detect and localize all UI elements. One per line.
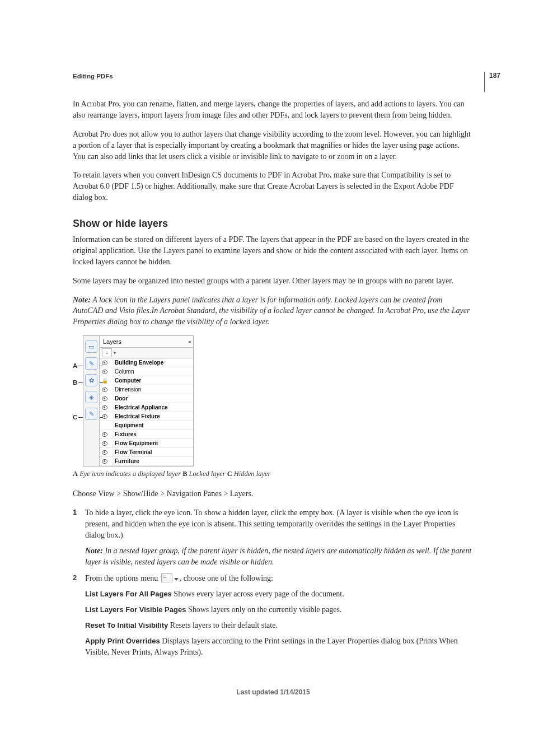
panel-collapse-icon[interactable]: ◂ [188,339,191,344]
note-lock-icon: Note: A lock icon in the Layers panel in… [73,295,474,328]
choose-path: Choose View > Show/Hide > Navigation Pan… [73,488,474,500]
layer-name: Furniture [110,458,139,464]
show-hide-para-2: Some layers may be organized into nested… [73,276,474,287]
layers-panel-main: Layers ◂ ≡ ▾ Building Envelope Column 🔒C… [100,336,193,466]
options-menu-icon [161,573,172,582]
page-number-wrap: 187 [484,72,500,92]
eye-icon[interactable] [100,432,110,437]
layer-name: Equipment [110,422,144,428]
step-2-lead-a: From the options menu [85,574,160,582]
marker-c: C [73,414,77,421]
eye-icon[interactable] [100,450,110,455]
layer-name: Door [110,395,128,402]
layer-row[interactable]: 🔒Computer [100,376,193,385]
option-apply-print-overrides: Apply Print Overrides Displays layers ac… [85,636,474,658]
note-label: Note: [73,296,91,304]
caption-text-c: Hidden layer [232,470,271,478]
caption-text-b: Locked layer [187,470,227,478]
eye-icon[interactable] [100,396,110,401]
note-text: A lock icon in the Layers panel indicate… [73,296,470,326]
nav-rail: ▭ ✎ ✿ ◈ ✎ [83,336,100,466]
layer-row[interactable]: Electrical Appliance [100,403,193,412]
note-label: Note: [85,547,103,555]
option-text: Shows every layer across every page of t… [172,590,344,598]
layer-row[interactable]: Fixtures [100,430,193,439]
step-1-note: Note: In a nested layer group, if the pa… [85,545,474,568]
lock-icon[interactable]: 🔒 [100,378,110,384]
page-root: 187 Editing PDFs In Acrobat Pro, you can… [0,0,534,718]
layers-list: Building Envelope Column 🔒Computer Dimen… [100,358,193,466]
layer-name: Building Envelope [110,360,163,366]
layer-row[interactable]: Dimension [100,385,193,394]
caption-key-c: C [227,470,232,478]
layer-row[interactable]: Electrical Fixture [100,412,193,421]
step-1: To hide a layer, click the eye icon. To … [73,507,474,567]
bookmarks-icon[interactable]: ✎ [85,357,97,370]
attachments-icon[interactable]: ✿ [85,374,97,386]
option-heading: List Layers For Visible Pages [85,605,186,614]
option-heading: Reset To Initial Visibility [85,621,168,629]
layers-panel-titlebar: Layers ◂ [100,336,193,348]
marker-b: B [73,379,77,386]
eye-icon[interactable] [100,388,110,392]
option-list-all-pages: List Layers For All Pages Shows every la… [85,589,474,600]
layer-row[interactable]: Furniture [100,457,193,466]
options-menu-icon[interactable]: ≡ [102,348,112,357]
eye-icon[interactable] [100,441,110,446]
signatures-icon[interactable]: ✎ [85,408,97,420]
intro-para-3: To retain layers when you convert InDesi… [73,170,474,203]
marker-a: A [73,362,77,369]
step-2: From the options menu , choose one of th… [73,573,474,657]
layer-row[interactable]: Building Envelope [100,358,193,367]
layers-panel-toolbar: ≡ ▾ [100,348,193,358]
option-list-visible-pages: List Layers For Visible Pages Shows laye… [85,604,474,615]
eye-icon[interactable] [100,459,110,464]
page-number: 187 [489,72,500,80]
option-text: Resets layers to their default state. [168,621,278,629]
caption-text-a: Eye icon indicates a displayed layer [78,470,182,478]
show-hide-para-1: Information can be stored on different l… [73,234,474,268]
steps-list: To hide a layer, click the eye icon. To … [73,507,474,658]
layer-name: Computer [110,377,141,384]
layer-row[interactable]: Door [100,394,193,403]
figure-caption: A Eye icon indicates a displayed layer B… [73,470,474,478]
chevron-down-icon [174,578,179,581]
step-1-text: To hide a layer, click the eye icon. To … [85,508,458,539]
layers-icon[interactable]: ◈ [85,391,97,403]
layer-row[interactable]: Flow Equipment [100,439,193,448]
thumbnails-icon[interactable]: ▭ [85,340,97,353]
layer-name: Column [110,368,134,375]
layer-name: Dimension [110,386,141,393]
layer-name: Electrical Fixture [110,413,160,419]
layer-name: Flow Terminal [110,449,152,455]
layer-row[interactable]: Column [100,367,193,376]
option-text: Shows layers only on the currently visib… [186,605,341,614]
caption-key-a: A [73,470,78,478]
layers-panel: ▭ ✎ ✿ ◈ ✎ Layers ◂ ≡ ▾ Buil [83,335,194,466]
eye-icon[interactable] [100,414,110,419]
layer-name: Fixtures [110,431,137,437]
layer-name: Electrical Appliance [110,404,168,410]
eye-icon[interactable] [100,370,110,374]
layer-row[interactable]: Flow Terminal [100,448,193,457]
eye-icon[interactable] [100,361,110,365]
step-2-lead-b: , choose one of the following: [180,574,273,582]
chevron-down-icon[interactable]: ▾ [114,351,116,356]
layers-panel-title: Layers [103,338,121,345]
heading-show-hide-layers: Show or hide layers [73,218,474,230]
figure-markers: A B C [73,335,81,451]
footer-last-updated: Last updated 1/14/2015 [73,688,474,696]
option-reset-visibility: Reset To Initial Visibility Resets layer… [85,620,474,631]
option-heading: Apply Print Overrides [85,637,160,645]
intro-para-1: In Acrobat Pro, you can rename, flatten,… [73,99,474,121]
layers-figure: A B C ▭ ✎ ✿ ◈ ✎ Layers ◂ [73,335,474,466]
step-1-note-text: In a nested layer group, if the parent l… [85,547,471,566]
section-tag: Editing PDFs [73,73,474,80]
option-heading: List Layers For All Pages [85,590,172,598]
layer-row[interactable]: Equipment [100,421,193,430]
layer-name: Flow Equipment [110,440,158,446]
intro-para-2: Acrobat Pro does not allow you to author… [73,129,474,162]
eye-icon[interactable] [100,405,110,410]
